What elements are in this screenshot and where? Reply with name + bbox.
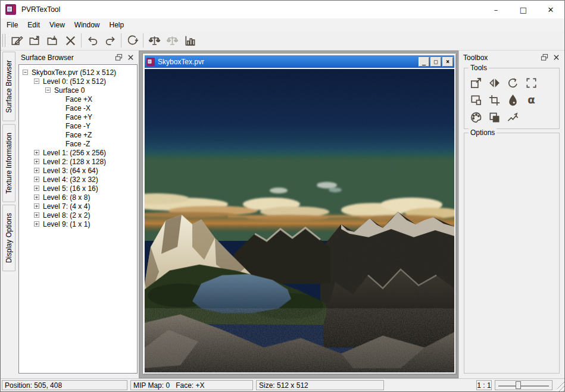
tree-item-face-y[interactable]: Face -Y bbox=[19, 121, 137, 130]
encode-button[interactable] bbox=[145, 32, 163, 49]
undo-button[interactable] bbox=[83, 32, 101, 49]
tree-expander[interactable]: + bbox=[34, 150, 39, 155]
tree-item-level-6-8-x-8-[interactable]: +Level 6: (8 x 8) bbox=[19, 193, 137, 202]
document-minimize-button[interactable]: _ bbox=[419, 57, 429, 67]
status-bar: Position: 505, 408 MIP Map: 0 Face: +X S… bbox=[1, 378, 564, 391]
surface-browser-title: Surface Browser bbox=[21, 54, 112, 62]
dock-tab-surface-browser[interactable]: Surface Browser bbox=[2, 52, 15, 121]
tree-item-level-3-64-x-64-[interactable]: +Level 3: (64 x 64) bbox=[19, 166, 137, 175]
toolbar-separator bbox=[121, 33, 121, 48]
tree-item-level-2-128-x-128-[interactable]: +Level 2: (128 x 128) bbox=[19, 157, 137, 166]
tree-item-face-y[interactable]: Face +Y bbox=[19, 112, 137, 121]
menu-help[interactable]: Help bbox=[105, 18, 129, 31]
tool-canvas-button[interactable] bbox=[467, 92, 484, 108]
tool-border-button[interactable] bbox=[523, 74, 539, 91]
menu-file[interactable]: File bbox=[2, 18, 23, 31]
mdi-workspace: SkyboxTex.pvr _□× bbox=[139, 51, 458, 378]
tree-expander[interactable]: + bbox=[34, 221, 39, 227]
tool-composite-button[interactable] bbox=[486, 109, 502, 126]
tree-expander[interactable]: + bbox=[34, 168, 39, 173]
status-size: Size: 512 x 512 bbox=[256, 380, 384, 390]
document-close-button[interactable]: × bbox=[442, 57, 453, 67]
tree-item-label: Face -X bbox=[65, 104, 90, 112]
tree-item-label: Level 6: (8 x 8) bbox=[43, 193, 90, 202]
dock-tab-display-options[interactable]: Display Options bbox=[2, 205, 15, 271]
toolbar-grip[interactable] bbox=[2, 34, 5, 47]
menu-view[interactable]: View bbox=[45, 18, 70, 31]
close-file-button[interactable] bbox=[61, 32, 79, 49]
edit-button[interactable] bbox=[8, 32, 26, 49]
reload-button[interactable] bbox=[123, 32, 141, 49]
menu-window[interactable]: Window bbox=[70, 18, 105, 31]
tree-item-level-7-4-x-4-[interactable]: +Level 7: (4 x 4) bbox=[19, 202, 137, 211]
close-button[interactable]: ✕ bbox=[537, 1, 564, 18]
tree-item-face-x[interactable]: Face -X bbox=[19, 104, 137, 112]
tree-expander[interactable]: − bbox=[34, 79, 39, 84]
zoom-slider-track bbox=[498, 385, 549, 387]
float-icon bbox=[541, 54, 548, 61]
texture-view[interactable] bbox=[145, 69, 454, 372]
tree-item-surface-0[interactable]: −Surface 0 bbox=[19, 86, 137, 95]
tool-mirror-button[interactable] bbox=[486, 74, 502, 91]
close-icon bbox=[553, 54, 560, 61]
tree-item-label: Level 2: (128 x 128) bbox=[43, 158, 106, 166]
normal-map-icon bbox=[506, 111, 520, 124]
tree-item-label: Face -Z bbox=[65, 140, 90, 148]
tree-item-level-1-256-x-256-[interactable]: +Level 1: (256 x 256) bbox=[19, 148, 137, 157]
close-toolbox-button[interactable] bbox=[551, 53, 561, 62]
tools-grid: α bbox=[467, 74, 556, 126]
save-button[interactable] bbox=[43, 32, 61, 49]
tree-expander[interactable]: + bbox=[34, 203, 39, 209]
tool-resize-button[interactable] bbox=[467, 74, 484, 91]
minimize-button[interactable]: – bbox=[482, 1, 510, 18]
document-title-bar[interactable]: SkyboxTex.pvr _□× bbox=[145, 55, 454, 68]
tree-expander[interactable]: + bbox=[34, 212, 39, 218]
close-panel-button[interactable] bbox=[126, 53, 136, 62]
tool-rotate-button[interactable] bbox=[504, 74, 521, 91]
zoom-slider[interactable] bbox=[495, 380, 552, 390]
dock-tab-texture-information[interactable]: Texture Information bbox=[2, 124, 15, 202]
tree-item-skyboxtex-pvr-512-x-512-[interactable]: −SkyboxTex.pvr (512 x 512) bbox=[19, 68, 137, 77]
tree-expander[interactable]: + bbox=[34, 186, 39, 191]
rotate-icon bbox=[506, 76, 520, 90]
tool-normal-map-button[interactable] bbox=[504, 109, 521, 126]
tree-expander[interactable]: + bbox=[34, 159, 39, 164]
tree-expander[interactable]: + bbox=[34, 177, 39, 182]
redo-button[interactable] bbox=[101, 32, 119, 49]
tree-item-level-8-2-x-2-[interactable]: +Level 8: (2 x 2) bbox=[19, 211, 137, 219]
zoom-ratio: 1 : 1 bbox=[476, 380, 492, 390]
float-panel-button[interactable] bbox=[114, 53, 124, 62]
tree-expander[interactable]: − bbox=[23, 70, 28, 75]
tree-expander[interactable]: − bbox=[45, 87, 51, 93]
tool-bleed-button[interactable] bbox=[504, 92, 521, 108]
surface-tree: −SkyboxTex.pvr (512 x 512)−Level 0: (512… bbox=[18, 64, 138, 374]
tree-item-face-z[interactable]: Face +Z bbox=[19, 130, 137, 139]
resize-grip[interactable] bbox=[555, 380, 564, 391]
tree-item-face-x[interactable]: Face +X bbox=[19, 95, 137, 104]
tree-item-level-5-16-x-16-[interactable]: +Level 5: (16 x 16) bbox=[19, 184, 137, 193]
maximize-button[interactable]: □ bbox=[510, 1, 537, 18]
open-button[interactable] bbox=[26, 32, 43, 49]
float-toolbox-button[interactable] bbox=[539, 53, 550, 62]
title-bar: PVRTexTool –□✕ bbox=[1, 1, 564, 18]
tree-item-level-4-32-x-32-[interactable]: +Level 4: (32 x 32) bbox=[19, 175, 137, 184]
tool-colour-button[interactable] bbox=[467, 109, 484, 126]
tree-item-level-9-1-x-1-[interactable]: +Level 9: (1 x 1) bbox=[19, 219, 137, 228]
encode-icon bbox=[148, 34, 161, 48]
decode-icon bbox=[166, 34, 179, 48]
tree-item-face-z[interactable]: Face -Z bbox=[19, 139, 137, 148]
close-file-icon bbox=[64, 34, 77, 48]
zoom-slider-thumb[interactable] bbox=[516, 381, 521, 389]
tool-crop-button[interactable] bbox=[486, 92, 502, 108]
document-maximize-button[interactable]: □ bbox=[430, 57, 441, 67]
tree-item-label: Face +X bbox=[65, 95, 92, 104]
tool-alpha-button[interactable]: α bbox=[523, 92, 539, 108]
tree-expander[interactable]: + bbox=[34, 195, 39, 200]
edit-icon bbox=[10, 34, 24, 48]
menu-edit[interactable]: Edit bbox=[23, 18, 45, 31]
tree-item-level-0-512-x-512-[interactable]: −Level 0: (512 x 512) bbox=[19, 77, 137, 86]
document-window: SkyboxTex.pvr _□× bbox=[142, 53, 457, 375]
histogram-icon bbox=[183, 34, 197, 48]
mirror-icon bbox=[488, 76, 501, 90]
histogram-button[interactable] bbox=[181, 32, 199, 49]
